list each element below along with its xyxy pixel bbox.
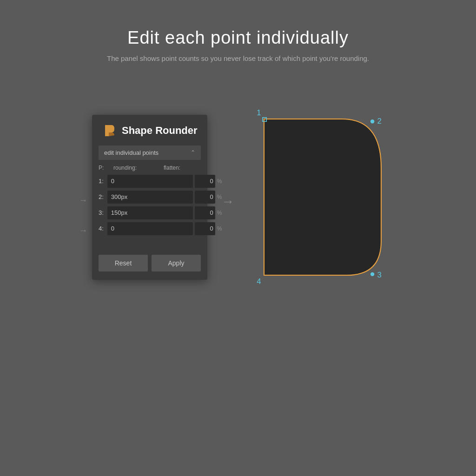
point-rows: 1: % 2: % 3: % bbox=[92, 175, 207, 235]
svg-text:1: 1 bbox=[257, 108, 261, 117]
content-area: → → Shape Rounder edit individual points… bbox=[0, 99, 476, 295]
spacer bbox=[92, 235, 207, 249]
point-row-3: 3: % bbox=[99, 206, 201, 219]
point-label-2: 2: bbox=[99, 193, 106, 200]
percent-4: % bbox=[217, 225, 222, 232]
point-row-2: 2: % bbox=[99, 191, 201, 204]
left-arrows: → → bbox=[79, 196, 87, 236]
rounding-input-1[interactable] bbox=[107, 175, 193, 188]
point-label-4: 4: bbox=[99, 225, 106, 232]
flatten-input-4[interactable] bbox=[195, 222, 215, 235]
left-arrow-1: → bbox=[79, 196, 87, 205]
flatten-input-1[interactable] bbox=[195, 175, 215, 188]
page-container: Edit each point individually The panel s… bbox=[0, 0, 476, 476]
page-subtitle: The panel shows point counts so you neve… bbox=[107, 54, 369, 62]
col-p-header: P: bbox=[99, 165, 112, 171]
svg-point-3 bbox=[370, 272, 374, 276]
logo-icon bbox=[101, 123, 116, 138]
flatten-input-2[interactable] bbox=[195, 191, 215, 204]
chevron-up-icon: ⌃ bbox=[191, 149, 195, 156]
shape-area: 1 2 3 4 bbox=[248, 99, 397, 295]
flatten-input-3[interactable] bbox=[195, 206, 215, 219]
dropdown-label: edit individual points bbox=[104, 149, 159, 156]
column-headers: P: rounding: flatten: bbox=[92, 160, 207, 173]
percent-3: % bbox=[217, 210, 222, 216]
point-label-3: 3: bbox=[99, 209, 106, 216]
svg-text:2: 2 bbox=[377, 117, 382, 126]
point-row-1: 1: % bbox=[99, 175, 201, 188]
svg-text:3: 3 bbox=[377, 271, 382, 279]
rounding-input-2[interactable] bbox=[107, 191, 193, 204]
center-arrow: → bbox=[221, 194, 234, 209]
point-row-4: 4: % bbox=[99, 222, 201, 235]
svg-point-1 bbox=[370, 119, 374, 123]
rounding-input-3[interactable] bbox=[107, 206, 193, 219]
percent-1: % bbox=[217, 178, 222, 185]
panel-header: Shape Rounder bbox=[92, 115, 207, 145]
col-rounding-header: rounding: bbox=[112, 165, 164, 171]
panel-title: Shape Rounder bbox=[122, 125, 198, 137]
page-title: Edit each point individually bbox=[107, 28, 369, 48]
left-arrow-2: → bbox=[79, 226, 87, 236]
panel: Shape Rounder edit individual points ⌃ P… bbox=[92, 115, 207, 280]
dropdown-row[interactable]: edit individual points ⌃ bbox=[99, 145, 201, 160]
rounding-input-4[interactable] bbox=[107, 222, 193, 235]
col-flatten-header: flatten: bbox=[164, 165, 201, 171]
reset-button[interactable]: Reset bbox=[99, 255, 148, 271]
apply-button[interactable]: Apply bbox=[152, 255, 201, 271]
svg-text:4: 4 bbox=[257, 277, 261, 286]
point-label-1: 1: bbox=[99, 178, 106, 185]
shape-svg: 1 2 3 4 bbox=[248, 99, 397, 295]
button-row: Reset Apply bbox=[92, 249, 207, 280]
header-section: Edit each point individually The panel s… bbox=[107, 28, 369, 62]
